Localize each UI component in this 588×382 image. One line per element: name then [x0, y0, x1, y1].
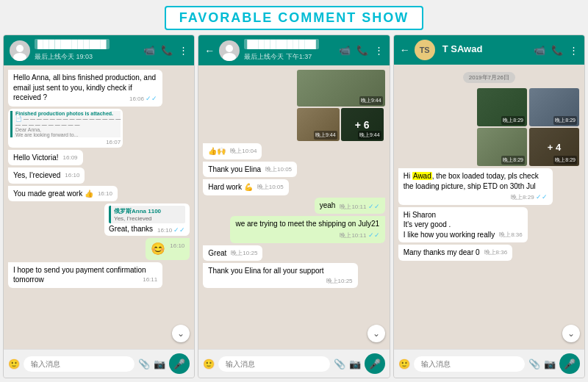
chat-header-1: ████████████ 最后上线今天 19:03 📹 📞 ⋮: [4, 35, 194, 65]
msg-3-3: Many thanks my dear 0 晚上8:36: [398, 245, 513, 261]
img-grid-3: 晚上8:29 晚上8:29 晚上8:29 + 4 晚上8:29: [477, 88, 580, 166]
back-icon-2[interactable]: ←: [204, 45, 215, 57]
msg-attach-1: Finished production photos is attached. …: [8, 109, 123, 148]
msg-1-reply: 俄罗斯Anna 1100 Yes, I'recieved Great, than…: [104, 203, 190, 236]
chat-footer-1: 🙂 📎 📷 🎤: [4, 349, 194, 378]
chat-columns: ████████████ 最后上线今天 19:03 📹 📞 ⋮ Hello An…: [0, 35, 588, 378]
truck-img-1: 晚上9:44: [297, 70, 385, 107]
msg-1-emoji: 😊 16:10: [146, 238, 190, 260]
chat-column-2: ← ████████████ 最后上线今天 下午1:37 📹 📞 ⋮ 晚上9:4…: [198, 35, 390, 378]
camera-icon-2[interactable]: 📷: [349, 358, 361, 370]
paperclip-icon-3[interactable]: 📎: [528, 358, 540, 370]
chat-footer-2: 🙂 📎 📷 🎤: [198, 349, 389, 378]
contact-name-2: ████████████: [244, 39, 319, 49]
img-group-2: 晚上9:44 晚上9:44 + 6 晚上9:44: [297, 70, 385, 141]
paperclip-icon-1[interactable]: 📎: [138, 358, 150, 370]
phone-icon-3[interactable]: 📞: [551, 45, 563, 56]
truck-img-2: 晚上9:44: [297, 108, 340, 141]
chat-footer-3: 🙂 📎 📷 🎤: [394, 349, 584, 378]
msg-2-1: 👍🙌 晚上10:04: [203, 143, 262, 159]
message-input-3[interactable]: [414, 356, 525, 372]
chat-header-3: ← TS T SAwad 📹 📞 ⋮: [394, 35, 584, 65]
back-icon-3[interactable]: ←: [400, 44, 410, 56]
msg-1-2: Hello Victoria! 16:09: [8, 150, 83, 166]
message-input-1[interactable]: [24, 356, 135, 372]
truck-img-row: 晚上9:44 + 6 晚上9:44: [297, 108, 385, 141]
chat-header-icons-1: 📹 📞 ⋮: [143, 45, 188, 56]
chat-info-2: ████████████ 最后上线今天 下午1:37: [244, 39, 334, 62]
phone-icon-1[interactable]: 📞: [161, 45, 173, 56]
contact-status-1: 最后上线今天 19:03: [35, 52, 139, 62]
msg-1-1: Hello Anna, all bins finished production…: [8, 70, 162, 107]
msg-3-1: Hi Awad, the box loaded today, pls check…: [398, 168, 553, 205]
msg-1-3: Yes, I'recieved 16:10: [8, 167, 85, 184]
mic-btn-1[interactable]: 🎤: [169, 353, 190, 374]
avatar-1: [10, 40, 30, 61]
mic-btn-2[interactable]: 🎤: [365, 353, 385, 374]
chat-header-icons-2: 📹 📞 ⋮: [339, 45, 384, 56]
paperclip-icon-2[interactable]: 📎: [334, 358, 345, 370]
chat-body-2: 晚上9:44 晚上9:44 + 6 晚上9:44 👍🙌 晚上10:04: [198, 65, 389, 349]
container-img-1: 晚上8:29: [477, 88, 527, 126]
svg-point-1: [13, 53, 26, 61]
chat-column-3: ← TS T SAwad 📹 📞 ⋮ 2019年7月26日 晚上8:29 晚上8…: [393, 35, 585, 378]
truck-img-3: + 6 晚上9:44: [341, 108, 384, 141]
avatar-2: [219, 40, 240, 61]
container-img-3: 晚上8:29: [477, 128, 527, 166]
chat-header-icons-3: 📹 📞 ⋮: [534, 45, 578, 56]
camera-icon-1[interactable]: 📷: [154, 358, 165, 370]
chat-body-3: 2019年7月26日 晚上8:29 晚上8:29 晚上8:29 + 4 晚上8:…: [394, 65, 584, 349]
page-title: FAVORABLE COMMENT SHOW: [165, 6, 424, 30]
chat-info-3: T SAwad: [440, 43, 529, 58]
msg-2-3: Hard work 💪 晚上10:05: [203, 179, 288, 195]
msg-2-7: Thank you Elina for all your support 晚上1…: [203, 263, 357, 288]
more-icon-2[interactable]: ⋮: [374, 45, 384, 56]
more-icon-3[interactable]: ⋮: [569, 45, 578, 56]
emoji-icon-3[interactable]: 🙂: [398, 358, 410, 370]
more-icon-1[interactable]: ⋮: [179, 45, 188, 56]
camera-icon-3[interactable]: 📷: [544, 358, 556, 370]
container-img-4: + 4 晚上8:29: [529, 128, 579, 166]
msg-1-5: I hope to send you payment confirmation …: [8, 262, 162, 288]
date-badge-3: 2019年7月26日: [463, 72, 515, 83]
msg-2-6: Great 晚上10:25: [203, 245, 262, 262]
container-img-2: 晚上8:29: [529, 88, 579, 126]
msg-2-4: yeah 晚上10:11 ✓✓: [315, 198, 385, 215]
msg-2-5: we are trying to meet the shipping on Ju…: [230, 216, 384, 242]
svg-point-0: [16, 45, 24, 52]
contact-name-3: T SAwad: [440, 43, 486, 55]
mic-btn-3[interactable]: 🎤: [559, 353, 580, 374]
page-header: FAVORABLE COMMENT SHOW: [0, 0, 588, 35]
contact-status-2: 最后上线今天 下午1:37: [244, 52, 334, 62]
highlight-name: Awad: [412, 172, 432, 180]
video-icon-1[interactable]: 📹: [143, 45, 155, 56]
emoji-icon-1[interactable]: 🙂: [8, 358, 20, 370]
video-icon-2[interactable]: 📹: [339, 45, 351, 56]
scroll-down-btn-2[interactable]: ⌄: [368, 325, 385, 342]
video-icon-3[interactable]: 📹: [534, 45, 545, 56]
chat-header-2: ← ████████████ 最后上线今天 下午1:37 📹 📞 ⋮: [198, 35, 389, 65]
msg-1-4: You made great work 👍 16:10: [8, 186, 118, 202]
msg-2-2: Thank you Elina 晚上10:05: [203, 162, 297, 178]
svg-point-2: [226, 45, 233, 52]
emoji-icon-2[interactable]: 🙂: [203, 358, 215, 370]
scroll-down-btn-3[interactable]: ⌄: [562, 325, 580, 342]
avatar-3: TS: [415, 40, 435, 60]
svg-point-3: [223, 53, 236, 61]
chat-column-1: ████████████ 最后上线今天 19:03 📹 📞 ⋮ Hello An…: [3, 35, 195, 378]
msg-3-2: Hi SharonIt's very good .I like how you …: [398, 207, 528, 243]
chat-body-1: Hello Anna, all bins finished production…: [4, 65, 194, 349]
chat-info-1: ████████████ 最后上线今天 19:03: [35, 39, 139, 62]
phone-icon-2[interactable]: 📞: [356, 45, 368, 56]
message-input-2[interactable]: [218, 356, 329, 372]
contact-name-1: ████████████: [35, 39, 110, 49]
